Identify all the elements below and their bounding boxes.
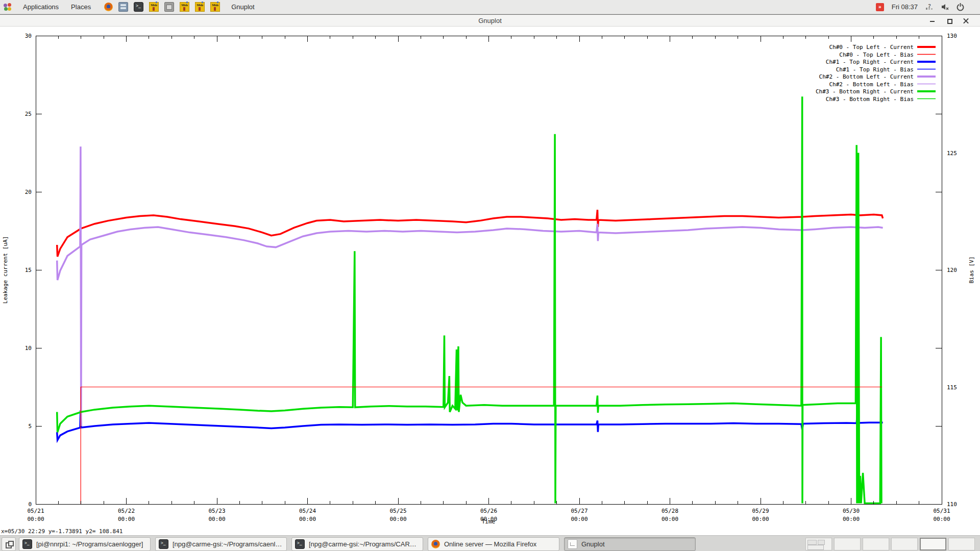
taskbar-button-4[interactable]: Online server — Mozilla Firefox xyxy=(428,537,559,551)
terminal-icon[interactable]: >_ xyxy=(159,539,168,549)
terminal-icon[interactable]: >_ xyxy=(134,2,143,12)
taskbar-button-5[interactable]: Gnuplot xyxy=(564,537,696,551)
workspace-switcher xyxy=(805,538,980,550)
legend-label: Ch#3 - Bottom Right - Current xyxy=(816,88,914,95)
x-axis-tick-date: 05/25 xyxy=(389,508,406,514)
taskbar-button-label: [pi@nnrpi1: ~/Programs/caenlogger] xyxy=(36,540,143,548)
titlebar[interactable]: Gnuplot xyxy=(0,15,980,27)
y-axis-tick-label: 5 xyxy=(28,423,32,430)
close-button[interactable] xyxy=(963,18,969,23)
top-panel: Applications Places >_MidasMidasMidasMid… xyxy=(0,0,980,14)
workspace-window-preview xyxy=(818,540,825,545)
legend-label: Ch#0 - Top Left - Current xyxy=(829,44,914,51)
x-axis-tick-time: 00:00 xyxy=(843,516,860,522)
y2-axis-tick-label: 125 xyxy=(947,150,957,157)
y-axis-tick-label: 0 xyxy=(28,501,32,508)
x-axis-tick-date: 05/23 xyxy=(208,508,225,514)
x-axis-tick-time: 00:00 xyxy=(933,516,950,522)
midas-icon[interactable]: Midas xyxy=(180,2,189,12)
gnuplot-chart[interactable]: 05101520253011011512012513005/2100:0005/… xyxy=(0,27,980,528)
x-axis-tick-date: 05/22 xyxy=(118,508,135,514)
y2-axis-tick-label: 110 xyxy=(947,501,957,508)
x-axis-tick-date: 05/21 xyxy=(27,508,44,514)
x-axis-tick-date: 05/28 xyxy=(662,508,678,514)
series-ch-1-top-right-current xyxy=(57,410,883,440)
taskbar-button-label: Online server — Mozilla Firefox xyxy=(444,540,536,548)
workspace-4[interactable] xyxy=(891,538,918,550)
midas-icon[interactable]: Midas xyxy=(149,2,159,12)
minimize-button[interactable] xyxy=(929,18,935,23)
panel-left: Applications Places >_MidasMidasMidasMid… xyxy=(0,0,255,14)
workspace-3[interactable] xyxy=(863,538,889,550)
midas-icon[interactable]: Midas xyxy=(195,2,205,12)
screenshot-icon[interactable] xyxy=(164,2,174,12)
x-axis-tick-time: 00:00 xyxy=(389,516,406,522)
gnuplot-icon[interactable] xyxy=(568,539,577,549)
plot-status-readout: x=05/30 22:29 y=-1.73891 y2= 108.841 xyxy=(1,528,122,535)
y2-axis-title: Bias [V] xyxy=(968,257,975,284)
legend-label: Ch#2 - Bottom Left - Bias xyxy=(829,81,914,88)
taskbar-button-label: [npg@carme-gsi:~/Programs/caenlo... xyxy=(173,540,283,548)
terminal-icon[interactable]: >_ xyxy=(22,539,32,549)
x-axis-tick-date: 05/26 xyxy=(480,508,497,514)
taskbar-button-2[interactable]: >_[npg@carme-gsi:~/Programs/caenlo... xyxy=(155,537,287,551)
x-axis-tick-time: 00:00 xyxy=(208,516,225,522)
workspace-1[interactable] xyxy=(805,538,832,550)
y-axis-tick-label: 30 xyxy=(25,33,32,39)
workspace-2[interactable] xyxy=(834,538,861,550)
x-axis-tick-date: 05/30 xyxy=(843,508,860,514)
window-controls xyxy=(929,15,969,26)
x-axis-tick-date: 05/27 xyxy=(571,508,587,514)
taskbar: >_[pi@nnrpi1: ~/Programs/caenlogger]>_[n… xyxy=(0,535,980,551)
clock[interactable]: Fri 08:37 xyxy=(892,3,918,11)
power-icon[interactable] xyxy=(956,3,965,11)
x-axis-tick-time: 00:00 xyxy=(752,516,769,522)
volume-muted-icon[interactable] xyxy=(941,3,949,11)
menu-places[interactable]: Places xyxy=(65,0,97,14)
x-axis-tick-date: 05/24 xyxy=(299,508,316,514)
midas-icon[interactable]: Midas xyxy=(210,2,220,12)
legend-label: Ch#3 - Bottom Right - Bias xyxy=(826,96,914,103)
firefox-icon[interactable] xyxy=(104,3,113,11)
x-axis-tick-date: 05/31 xyxy=(933,508,950,514)
notification-icon[interactable]: » xyxy=(876,3,884,11)
workspace-6[interactable] xyxy=(948,538,975,550)
legend-label: Ch#0 - Top Left - Bias xyxy=(839,52,914,58)
plot-canvas[interactable]: 05101520253011011512012513005/2100:0005/… xyxy=(0,27,980,535)
distro-logo-icon[interactable] xyxy=(4,3,12,11)
taskbar-button-3[interactable]: >_[npg@carme-gsi:~/Programs/CARME... xyxy=(291,537,423,551)
x-axis-tick-time: 00:00 xyxy=(299,516,316,522)
y-axis-tick-label: 20 xyxy=(25,189,32,195)
y2-axis-tick-label: 130 xyxy=(947,33,957,39)
network-question-icon[interactable]: ? xyxy=(925,3,934,11)
x-axis-tick-time: 00:00 xyxy=(571,516,587,522)
workspace-5[interactable] xyxy=(920,538,946,550)
x-axis-tick-time: 00:00 xyxy=(662,516,678,522)
series-ch-0-top-left-current xyxy=(57,210,883,257)
legend-label: Ch#1 - Top Right - Current xyxy=(826,59,914,65)
x-axis-tick-time: 00:00 xyxy=(118,516,135,522)
firefox-icon[interactable] xyxy=(431,540,440,548)
window-title: Gnuplot xyxy=(478,17,502,24)
terminal-icon[interactable]: >_ xyxy=(295,539,305,549)
maximize-button[interactable] xyxy=(946,18,952,23)
y-axis-tick-label: 15 xyxy=(25,267,32,273)
active-app-label: Gnuplot xyxy=(231,3,255,11)
workspace-window-preview xyxy=(807,540,817,545)
panel-right: » Fri 08:37 ? xyxy=(876,0,980,14)
files-icon[interactable] xyxy=(118,2,128,12)
taskbar-button-1[interactable]: >_[pi@nnrpi1: ~/Programs/caenlogger] xyxy=(19,537,151,551)
gnuplot-window: Gnuplot 05101520253011011512012513005/21… xyxy=(0,14,980,535)
y-axis-tick-label: 25 xyxy=(25,111,32,117)
y-axis-tick-label: 10 xyxy=(25,345,32,352)
y2-axis-tick-label: 120 xyxy=(947,267,957,273)
legend-label: Ch#1 - Top Right - Bias xyxy=(836,66,914,73)
plot-border xyxy=(36,36,942,504)
y2-axis-tick-label: 115 xyxy=(947,384,957,391)
menu-applications[interactable]: Applications xyxy=(17,0,65,14)
taskbar-buttons: >_[pi@nnrpi1: ~/Programs/caenlogger]>_[n… xyxy=(19,537,696,551)
taskbar-button-label: [npg@carme-gsi:~/Programs/CARME... xyxy=(309,540,420,548)
show-desktop-button[interactable] xyxy=(2,537,16,551)
panel-launchers: >_MidasMidasMidasMidas xyxy=(104,2,220,12)
y-axis-title: Leakage current [uA] xyxy=(2,236,9,304)
